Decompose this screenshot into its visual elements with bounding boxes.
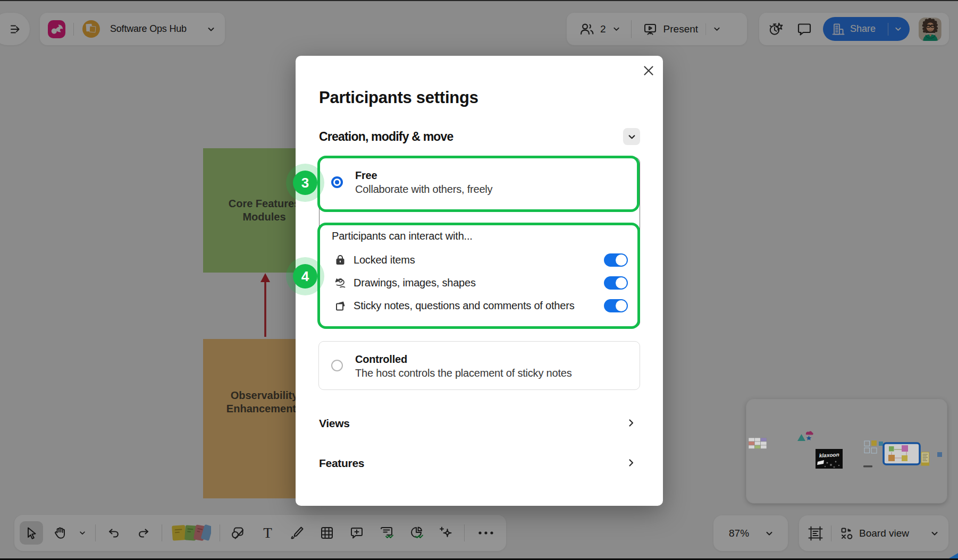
minimap-square — [871, 440, 877, 446]
minimap-square — [864, 441, 870, 446]
minimap-klaxoon-text: klaxoon — [819, 452, 839, 459]
annotation-highlight-interact — [317, 223, 640, 329]
controlled-option-title: Controlled — [355, 353, 407, 366]
controlled-radio[interactable] — [331, 360, 343, 371]
features-chevron-icon[interactable] — [626, 458, 636, 468]
minimap-triangle — [797, 434, 805, 441]
minimap-cloud — [806, 431, 813, 435]
section-collapse-button[interactable] — [623, 128, 640, 145]
window-top-edge — [0, 0, 958, 1]
features-row-label[interactable]: Features — [319, 457, 364, 470]
minimap-square — [864, 448, 870, 453]
minimap-square — [937, 452, 942, 457]
controlled-option-description: The host controls the placement of stick… — [355, 367, 572, 379]
minimap-document — [921, 452, 929, 465]
modal-title: Participants settings — [319, 88, 478, 107]
section-heading: Creation, modify & move — [319, 130, 453, 144]
annotation-badge-4: 4 — [293, 264, 317, 289]
controlled-option-card[interactable] — [318, 341, 640, 390]
minimap-viewport — [884, 443, 920, 464]
minimap-klaxoon-image: klaxoon — [816, 449, 843, 469]
annotation-highlight-free — [317, 156, 640, 212]
minimap-square — [871, 448, 877, 453]
minimap-table — [749, 438, 767, 449]
close-icon — [643, 65, 654, 76]
chevron-down-icon — [627, 132, 636, 141]
views-row-label[interactable]: Views — [319, 417, 350, 430]
minimap[interactable]: klaxoon — [746, 400, 947, 503]
views-chevron-icon[interactable] — [626, 418, 636, 428]
minimap-star — [806, 436, 812, 440]
modal-close-button[interactable] — [640, 62, 658, 80]
annotation-badge-3: 3 — [293, 171, 317, 195]
minimap-square — [879, 442, 883, 446]
minimap-dash — [863, 465, 872, 468]
